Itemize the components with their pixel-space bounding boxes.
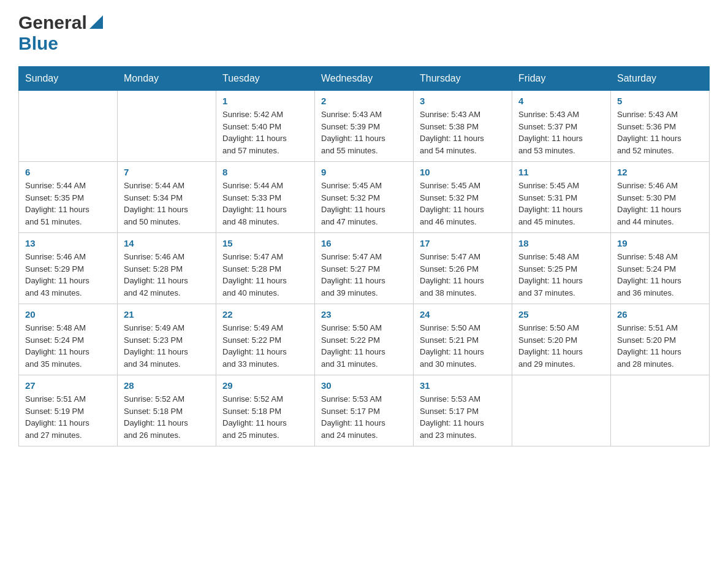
page-header: General Blue: [18, 12, 710, 54]
calendar-cell: 26Sunrise: 5:51 AM Sunset: 5:20 PM Dayli…: [611, 304, 710, 375]
calendar-week-row: 6Sunrise: 5:44 AM Sunset: 5:35 PM Daylig…: [19, 162, 710, 233]
day-info: Sunrise: 5:45 AM Sunset: 5:32 PM Dayligh…: [321, 180, 407, 228]
logo-blue-text: Blue: [18, 33, 58, 53]
day-number: 15: [222, 238, 308, 248]
calendar-cell: 8Sunrise: 5:44 AM Sunset: 5:33 PM Daylig…: [216, 162, 315, 233]
calendar-cell: 2Sunrise: 5:43 AM Sunset: 5:39 PM Daylig…: [315, 91, 414, 162]
calendar-cell: 15Sunrise: 5:47 AM Sunset: 5:28 PM Dayli…: [216, 233, 315, 304]
day-number: 21: [124, 309, 210, 320]
calendar-cell: 3Sunrise: 5:43 AM Sunset: 5:38 PM Daylig…: [414, 91, 512, 162]
calendar-cell: 18Sunrise: 5:48 AM Sunset: 5:25 PM Dayli…: [512, 233, 611, 304]
weekday-header: Monday: [118, 67, 216, 91]
weekday-header: Thursday: [414, 67, 512, 91]
day-info: Sunrise: 5:50 AM Sunset: 5:21 PM Dayligh…: [420, 322, 506, 370]
calendar-cell: [118, 91, 216, 162]
day-info: Sunrise: 5:47 AM Sunset: 5:26 PM Dayligh…: [420, 251, 506, 299]
day-number: 19: [617, 238, 703, 248]
calendar-cell: 14Sunrise: 5:46 AM Sunset: 5:28 PM Dayli…: [118, 233, 216, 304]
day-number: 23: [321, 309, 407, 320]
weekday-header: Tuesday: [216, 67, 315, 91]
calendar-cell: 1Sunrise: 5:42 AM Sunset: 5:40 PM Daylig…: [216, 91, 315, 162]
day-info: Sunrise: 5:43 AM Sunset: 5:36 PM Dayligh…: [617, 109, 703, 156]
day-info: Sunrise: 5:52 AM Sunset: 5:18 PM Dayligh…: [222, 393, 308, 441]
day-info: Sunrise: 5:45 AM Sunset: 5:32 PM Dayligh…: [420, 180, 506, 228]
calendar-cell: [19, 91, 118, 162]
day-info: Sunrise: 5:48 AM Sunset: 5:24 PM Dayligh…: [617, 251, 703, 299]
calendar-cell: 22Sunrise: 5:49 AM Sunset: 5:22 PM Dayli…: [216, 304, 315, 375]
calendar-cell: [512, 375, 611, 446]
day-info: Sunrise: 5:51 AM Sunset: 5:19 PM Dayligh…: [25, 393, 111, 441]
calendar-cell: 17Sunrise: 5:47 AM Sunset: 5:26 PM Dayli…: [414, 233, 512, 304]
day-info: Sunrise: 5:53 AM Sunset: 5:17 PM Dayligh…: [420, 393, 506, 441]
day-number: 31: [420, 380, 506, 391]
calendar-cell: 20Sunrise: 5:48 AM Sunset: 5:24 PM Dayli…: [19, 304, 118, 375]
day-info: Sunrise: 5:42 AM Sunset: 5:40 PM Dayligh…: [222, 109, 308, 156]
calendar-week-row: 13Sunrise: 5:46 AM Sunset: 5:29 PM Dayli…: [19, 233, 710, 304]
day-number: 6: [25, 167, 111, 177]
calendar-cell: 7Sunrise: 5:44 AM Sunset: 5:34 PM Daylig…: [118, 162, 216, 233]
day-info: Sunrise: 5:52 AM Sunset: 5:18 PM Dayligh…: [124, 393, 210, 441]
calendar-cell: 4Sunrise: 5:43 AM Sunset: 5:37 PM Daylig…: [512, 91, 611, 162]
day-info: Sunrise: 5:48 AM Sunset: 5:25 PM Dayligh…: [518, 251, 604, 299]
day-info: Sunrise: 5:45 AM Sunset: 5:31 PM Dayligh…: [518, 180, 604, 228]
day-number: 24: [420, 309, 506, 320]
calendar-cell: 23Sunrise: 5:50 AM Sunset: 5:22 PM Dayli…: [315, 304, 414, 375]
day-info: Sunrise: 5:49 AM Sunset: 5:23 PM Dayligh…: [124, 322, 210, 370]
calendar-cell: 19Sunrise: 5:48 AM Sunset: 5:24 PM Dayli…: [611, 233, 710, 304]
calendar-cell: 16Sunrise: 5:47 AM Sunset: 5:27 PM Dayli…: [315, 233, 414, 304]
calendar-cell: 13Sunrise: 5:46 AM Sunset: 5:29 PM Dayli…: [19, 233, 118, 304]
logo-triangle-icon: [89, 15, 103, 31]
day-info: Sunrise: 5:43 AM Sunset: 5:37 PM Dayligh…: [518, 109, 604, 156]
day-number: 4: [518, 96, 604, 106]
day-number: 2: [321, 96, 407, 106]
day-number: 27: [25, 380, 111, 391]
day-info: Sunrise: 5:48 AM Sunset: 5:24 PM Dayligh…: [25, 322, 111, 370]
day-info: Sunrise: 5:47 AM Sunset: 5:28 PM Dayligh…: [222, 251, 308, 299]
calendar-cell: 9Sunrise: 5:45 AM Sunset: 5:32 PM Daylig…: [315, 162, 414, 233]
calendar-cell: 6Sunrise: 5:44 AM Sunset: 5:35 PM Daylig…: [19, 162, 118, 233]
calendar-cell: 25Sunrise: 5:50 AM Sunset: 5:20 PM Dayli…: [512, 304, 611, 375]
calendar-week-row: 1Sunrise: 5:42 AM Sunset: 5:40 PM Daylig…: [19, 91, 710, 162]
day-number: 3: [420, 96, 506, 106]
day-number: 26: [617, 309, 703, 320]
day-info: Sunrise: 5:46 AM Sunset: 5:30 PM Dayligh…: [617, 180, 703, 228]
day-info: Sunrise: 5:50 AM Sunset: 5:20 PM Dayligh…: [518, 322, 604, 370]
day-number: 14: [124, 238, 210, 248]
day-number: 28: [124, 380, 210, 391]
day-info: Sunrise: 5:43 AM Sunset: 5:38 PM Dayligh…: [420, 109, 506, 156]
day-number: 20: [25, 309, 111, 320]
day-number: 10: [420, 167, 506, 177]
svg-marker-0: [89, 15, 103, 29]
calendar-cell: 24Sunrise: 5:50 AM Sunset: 5:21 PM Dayli…: [414, 304, 512, 375]
logo: General Blue: [18, 12, 103, 54]
calendar-header: SundayMondayTuesdayWednesdayThursdayFrid…: [19, 67, 710, 91]
calendar-cell: 28Sunrise: 5:52 AM Sunset: 5:18 PM Dayli…: [118, 375, 216, 446]
calendar-week-row: 27Sunrise: 5:51 AM Sunset: 5:19 PM Dayli…: [19, 375, 710, 446]
calendar-cell: 12Sunrise: 5:46 AM Sunset: 5:30 PM Dayli…: [611, 162, 710, 233]
day-info: Sunrise: 5:53 AM Sunset: 5:17 PM Dayligh…: [321, 393, 407, 441]
calendar-cell: [611, 375, 710, 446]
day-info: Sunrise: 5:47 AM Sunset: 5:27 PM Dayligh…: [321, 251, 407, 299]
day-info: Sunrise: 5:44 AM Sunset: 5:33 PM Dayligh…: [222, 180, 308, 228]
day-number: 18: [518, 238, 604, 248]
day-number: 12: [617, 167, 703, 177]
calendar-cell: 27Sunrise: 5:51 AM Sunset: 5:19 PM Dayli…: [19, 375, 118, 446]
day-info: Sunrise: 5:44 AM Sunset: 5:34 PM Dayligh…: [124, 180, 210, 228]
calendar-body: 1Sunrise: 5:42 AM Sunset: 5:40 PM Daylig…: [19, 91, 710, 446]
weekday-header: Friday: [512, 67, 611, 91]
day-info: Sunrise: 5:51 AM Sunset: 5:20 PM Dayligh…: [617, 322, 703, 370]
day-number: 8: [222, 167, 308, 177]
calendar-cell: 31Sunrise: 5:53 AM Sunset: 5:17 PM Dayli…: [414, 375, 512, 446]
day-info: Sunrise: 5:50 AM Sunset: 5:22 PM Dayligh…: [321, 322, 407, 370]
calendar-cell: 5Sunrise: 5:43 AM Sunset: 5:36 PM Daylig…: [611, 91, 710, 162]
calendar-cell: 30Sunrise: 5:53 AM Sunset: 5:17 PM Dayli…: [315, 375, 414, 446]
calendar-cell: 29Sunrise: 5:52 AM Sunset: 5:18 PM Dayli…: [216, 375, 315, 446]
calendar-cell: 11Sunrise: 5:45 AM Sunset: 5:31 PM Dayli…: [512, 162, 611, 233]
calendar-table: SundayMondayTuesdayWednesdayThursdayFrid…: [18, 66, 710, 446]
day-number: 13: [25, 238, 111, 248]
day-info: Sunrise: 5:46 AM Sunset: 5:29 PM Dayligh…: [25, 251, 111, 299]
day-number: 29: [222, 380, 308, 391]
calendar-cell: 21Sunrise: 5:49 AM Sunset: 5:23 PM Dayli…: [118, 304, 216, 375]
day-number: 9: [321, 167, 407, 177]
day-number: 17: [420, 238, 506, 248]
